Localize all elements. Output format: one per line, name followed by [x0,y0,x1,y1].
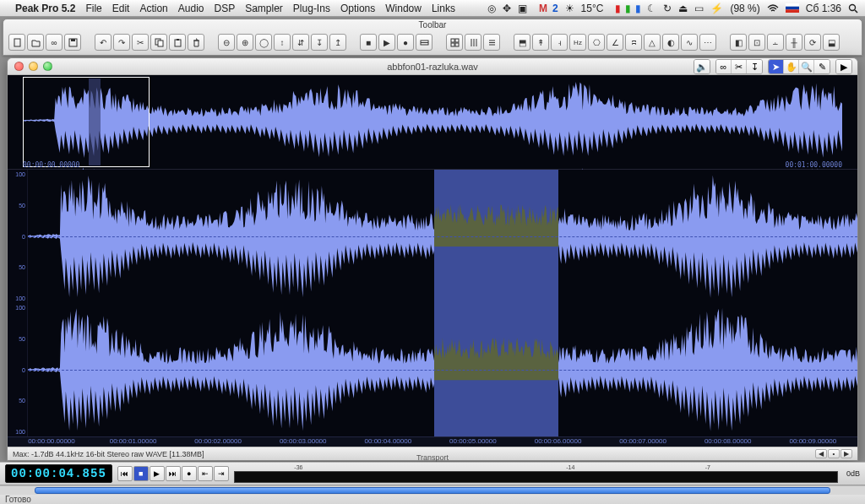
doc-cut-button[interactable]: ✂ [732,60,747,73]
dsp-6-button[interactable]: ∠ [607,34,623,51]
menubar-mail-icon[interactable]: M2 [534,3,558,14]
open-button[interactable] [27,34,44,51]
grid-button[interactable] [446,34,463,51]
svg-rect-17 [455,43,459,46]
waveform-overview[interactable]: 00:00:00.00000 00:01:00.00000 [8,75,857,170]
zoom-height-inc-button[interactable]: ↕ [274,34,291,51]
dsp-7-button[interactable]: ʭ [625,34,642,51]
transport-ffwd-button[interactable]: ⏭ [166,466,181,481]
fx-6-button[interactable]: ⬓ [823,34,840,51]
dsp-9-button[interactable]: ◐ [662,34,679,51]
dsp-5-button[interactable]: ⎔ [588,34,605,51]
transport-skip-end-button[interactable]: ⇥ [214,466,229,481]
transport-play-button[interactable]: ▶ [150,466,165,481]
record-button[interactable]: ● [397,34,414,51]
transport-skip-start-button[interactable]: ⇤ [198,466,213,481]
timecode-display[interactable]: 00:00:04.855 [5,464,112,483]
dsp-8-button[interactable]: △ [644,34,661,51]
menu-action[interactable]: Action [139,3,167,14]
sliders-button[interactable] [465,34,481,51]
delete-button[interactable] [188,34,204,51]
doc-loop-button[interactable]: ∞ [716,60,732,73]
zoom-out-button[interactable]: ⊖ [218,34,235,51]
svg-rect-7 [71,39,75,41]
fx-3-button[interactable]: ⫠ [767,34,784,51]
menubar-activity-icon[interactable]: ▮▮▮ [610,3,640,14]
menubar-battery-icon[interactable]: ⚡ [710,3,723,14]
menu-file[interactable]: File [85,3,101,14]
menu-sampler[interactable]: Sampler [245,3,283,14]
doc-speaker-button[interactable]: 🔈 [694,60,710,73]
go-start-button[interactable]: ↧ [311,34,328,51]
status-nav-left-button[interactable]: ◀ [815,449,827,458]
waveform-display[interactable] [28,170,857,436]
transport-rewind-button[interactable]: ⏮ [117,466,133,481]
menubar-wifi-icon[interactable] [767,4,779,13]
horizontal-scrollbar[interactable] [0,485,865,495]
app-status-text: Готово [5,495,31,504]
doc-mark-button[interactable]: ↧ [747,60,762,73]
fx-4-button[interactable]: ╫ [786,34,802,51]
menubar-display-icon[interactable]: ▭ [694,3,704,14]
save-button[interactable] [64,34,81,51]
dsp-2-button[interactable]: ↟ [532,34,549,51]
doc-hand-tool-button[interactable]: ✋ [784,60,799,73]
document-window: abbfon01-razluka.wav 🔈 ∞ ✂ ↧ ➤ ✋ 🔍 ✎ ▶ [7,57,858,461]
menubar-extra-icon[interactable]: ◎ [487,3,496,14]
dsp-11-button[interactable]: ⋯ [699,34,716,51]
fx-1-button[interactable]: ◧ [730,34,747,51]
menubar-flag-icon[interactable] [786,3,799,13]
redo-button[interactable]: ↷ [113,34,130,51]
menubar-sync-icon[interactable]: ↻ [663,3,672,14]
transport-record-button[interactable]: ● [182,466,197,481]
menubar-spotlight-icon[interactable] [848,3,858,14]
menu-edit[interactable]: Edit [112,3,130,14]
dsp-10-button[interactable]: ∿ [681,34,698,51]
fx-2-button[interactable]: ⊡ [748,34,765,51]
menubar-clock[interactable]: Сб 1:36 [806,3,841,14]
doc-zoom-tool-button[interactable]: 🔍 [799,60,814,73]
zoom-height-dec-button[interactable]: ⇵ [292,34,309,51]
fx-5-button[interactable]: ⟳ [804,34,821,51]
menu-plugins[interactable]: Plug-Ins [293,3,330,14]
zoom-in-button[interactable]: ⊕ [237,34,253,51]
menu-audio[interactable]: Audio [178,3,204,14]
play-button[interactable]: ▶ [378,34,395,51]
window-zoom-button[interactable] [43,62,52,71]
dsp-4-button[interactable]: Hz [569,34,586,51]
list-button[interactable] [483,34,500,51]
menubar-clover-icon[interactable]: ✥ [503,3,511,14]
window-close-button[interactable] [14,62,24,71]
dsp-1-button[interactable]: ⬒ [514,34,530,51]
paste-button[interactable] [169,34,186,51]
status-nav-right-button[interactable]: ▶ [841,449,852,458]
loop-button[interactable] [416,34,432,51]
copy-button[interactable] [150,34,167,51]
menubar-eject-icon[interactable]: ⏏ [678,3,688,14]
status-nav-dot-button[interactable]: • [828,449,840,458]
window-minimize-button[interactable] [29,62,38,71]
doc-pointer-tool-button[interactable]: ➤ [769,60,784,73]
svg-rect-2 [786,9,799,13]
menubar-moon-icon[interactable]: ☾ [647,3,656,14]
cut-button[interactable]: ✂ [132,34,149,51]
menu-dsp[interactable]: DSP [214,3,235,14]
stop-button[interactable]: ■ [360,34,377,51]
transport-stop-button[interactable]: ■ [133,466,149,481]
doc-play-button[interactable]: ▶ [836,60,851,73]
menu-links[interactable]: Links [432,3,455,14]
document-titlebar[interactable]: abbfon01-razluka.wav 🔈 ∞ ✂ ↧ ➤ ✋ 🔍 ✎ ▶ [8,58,857,75]
undo-button[interactable]: ↶ [95,34,112,51]
menu-window[interactable]: Window [385,3,422,14]
menu-options[interactable]: Options [340,3,375,14]
zoom-fit-button[interactable]: ◯ [255,34,272,51]
doc-pencil-tool-button[interactable]: ✎ [814,60,830,73]
go-end-button[interactable]: ↥ [329,34,346,51]
app-name[interactable]: Peak Pro 5.2 [15,3,75,14]
time-ruler[interactable]: 00:00:00.00000 00:00:01.00000 00:00:02.0… [8,436,857,447]
new-button[interactable] [8,34,25,51]
menubar-weather-icon[interactable]: ☀ [565,3,574,14]
link-button[interactable]: ∞ [46,34,63,51]
menubar-dropbox-icon[interactable]: ▣ [518,3,527,14]
dsp-3-button[interactable]: ⫞ [551,34,568,51]
